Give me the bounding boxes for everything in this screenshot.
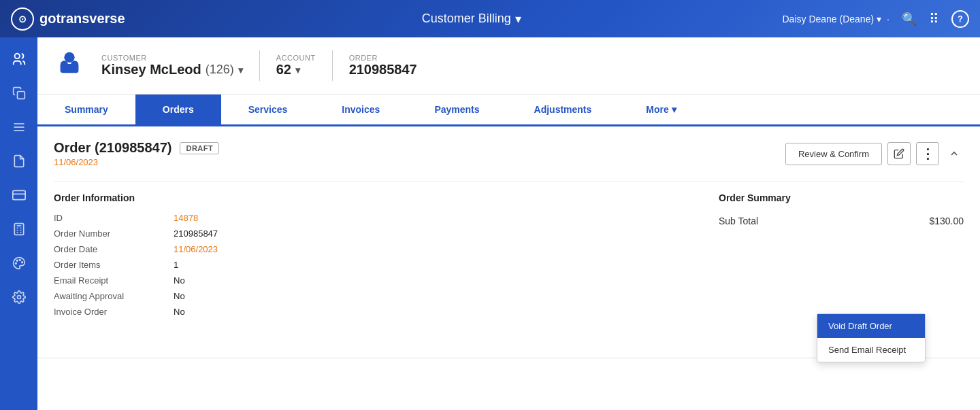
sidebar-item-document[interactable] (5, 148, 33, 175)
order-value-row: 210985847 (349, 62, 417, 78)
field-label-order-number: Order Number (54, 228, 163, 239)
nav-right: Daisy Deane (Deane) ▾ · 🔍 ⠿ ? (782, 10, 969, 28)
svg-point-0 (14, 54, 19, 58)
customer-avatar-icon (54, 47, 85, 84)
order-date: 11/06/2023 (54, 157, 219, 167)
field-label-order-date: Order Date (54, 244, 163, 254)
field-label-id: ID (54, 213, 163, 223)
customer-dropdown-arrow: ▾ (238, 65, 243, 75)
help-icon[interactable]: ? (951, 10, 969, 28)
sidebar-item-card[interactable] (5, 182, 33, 209)
tab-more[interactable]: More ▾ (619, 95, 703, 126)
field-value-order-date: 11/06/2023 (174, 244, 691, 254)
title-dropdown-arrow: ▾ (515, 12, 521, 27)
sidebar (0, 37, 37, 410)
user-separator: · (887, 14, 889, 24)
draft-badge: DRAFT (180, 142, 219, 154)
sidebar-item-settings[interactable] (5, 284, 33, 311)
grid-icon[interactable]: ⠿ (929, 11, 939, 27)
divider-2 (332, 50, 333, 81)
dropdown-menu: Void Draft Order Send Email Receipt (817, 313, 926, 362)
search-icon[interactable]: 🔍 (902, 12, 917, 27)
order-info-title: Order Information (54, 192, 691, 203)
order-label: ORDER (349, 54, 417, 62)
tab-services[interactable]: Services (221, 95, 315, 126)
order-header-row: Order (210985847) DRAFT 11/06/2023 Revie… (54, 140, 964, 167)
field-label-awaiting-approval: Awaiting Approval (54, 291, 163, 301)
field-value-awaiting-approval: No (174, 291, 691, 301)
field-value-order-items: 1 (174, 260, 691, 270)
order-section: Order (210985847) DRAFT 11/06/2023 Revie… (37, 126, 980, 330)
app-title[interactable]: Customer Billing ▾ (161, 12, 782, 27)
tab-orders[interactable]: Orders (135, 95, 221, 126)
order-title-row: Order (210985847) DRAFT (54, 140, 219, 156)
order-info-table: ID 14878 Order Number 210985847 Order Da… (54, 213, 691, 317)
customer-name[interactable]: Kinsey McLeod (126) ▾ (101, 62, 243, 78)
field-value-invoice-order: No (174, 307, 691, 317)
svg-rect-1 (17, 92, 24, 99)
order-header-info: ORDER 210985847 (349, 54, 417, 78)
edit-button[interactable] (887, 142, 911, 165)
divider-1 (259, 50, 260, 81)
logo-icon: ⊙ (11, 7, 34, 31)
more-actions-button[interactable]: ⋮ (916, 142, 939, 165)
user-dropdown-arrow: ▾ (877, 14, 881, 24)
svg-point-17 (16, 260, 18, 261)
account-dropdown-arrow: ▾ (295, 65, 300, 75)
field-value-email-receipt: No (174, 275, 691, 286)
user-menu[interactable]: Daisy Deane (Deane) ▾ · (782, 14, 889, 24)
logo-text: gotransverse (39, 11, 125, 27)
void-draft-order-item[interactable]: Void Draft Order (817, 314, 925, 338)
customer-name-text: Kinsey McLeod (101, 62, 201, 78)
customer-info: CUSTOMER Kinsey McLeod (126) ▾ (101, 54, 243, 78)
tab-adjustments[interactable]: Adjustments (507, 95, 619, 126)
customer-id: (126) (206, 63, 234, 77)
sidebar-item-calculator[interactable] (5, 216, 33, 243)
app-title-text: Customer Billing (422, 12, 511, 26)
sidebar-item-copy[interactable] (5, 80, 33, 107)
order-title: Order (210985847) (54, 140, 172, 156)
order-title-group: Order (210985847) DRAFT 11/06/2023 (54, 140, 219, 167)
send-email-receipt-item[interactable]: Send Email Receipt (817, 338, 925, 362)
account-info: ACCOUNT 62 ▾ (276, 54, 316, 78)
tab-payments[interactable]: Payments (407, 95, 506, 126)
field-label-email-receipt: Email Receipt (54, 275, 163, 286)
order-summary-title: Order Summary (719, 192, 964, 203)
field-label-invoice-order: Invoice Order (54, 307, 163, 317)
customer-header: CUSTOMER Kinsey McLeod (126) ▾ ACCOUNT 6… (37, 37, 980, 95)
field-label-order-items: Order Items (54, 260, 163, 270)
svg-point-16 (21, 262, 22, 263)
sidebar-item-people[interactable] (5, 46, 33, 73)
user-name: Daisy Deane (Deane) (782, 14, 874, 24)
sidebar-item-list[interactable] (5, 114, 33, 141)
account-value: 62 (276, 62, 291, 78)
order-value: 210985847 (349, 62, 417, 78)
svg-rect-23 (61, 64, 79, 73)
subtotal-value: $130.00 (929, 216, 964, 226)
account-value-row[interactable]: 62 ▾ (276, 62, 316, 78)
svg-point-15 (19, 260, 20, 261)
field-value-id[interactable]: 14878 (174, 213, 691, 223)
customer-label: CUSTOMER (101, 54, 243, 62)
logo[interactable]: ⊙ gotransverse (11, 7, 161, 31)
order-content: Order Information ID 14878 Order Number … (54, 181, 964, 317)
main-content: CUSTOMER Kinsey McLeod (126) ▾ ACCOUNT 6… (37, 37, 980, 410)
subtotal-label: Sub Total (719, 216, 758, 226)
sidebar-item-palette[interactable] (5, 250, 33, 277)
top-nav: ⊙ gotransverse Customer Billing ▾ Daisy … (0, 0, 980, 37)
order-actions: Review & Confirm ⋮ (785, 142, 964, 165)
tab-summary[interactable]: Summary (37, 95, 135, 126)
tab-invoices[interactable]: Invoices (314, 95, 407, 126)
order-summary-section: Order Summary Sub Total $130.00 (719, 192, 964, 317)
order-info-section: Order Information ID 14878 Order Number … (54, 192, 691, 317)
svg-point-18 (15, 263, 16, 264)
field-value-order-number: 210985847 (174, 228, 691, 239)
review-confirm-button[interactable]: Review & Confirm (785, 143, 882, 165)
svg-point-19 (17, 296, 20, 299)
svg-rect-5 (12, 190, 24, 199)
summary-subtotal-row: Sub Total $130.00 (719, 213, 964, 229)
svg-rect-7 (14, 224, 23, 235)
account-label: ACCOUNT (276, 54, 316, 62)
tabs: Summary Orders Services Invoices Payment… (37, 95, 980, 126)
collapse-button[interactable] (945, 144, 964, 163)
